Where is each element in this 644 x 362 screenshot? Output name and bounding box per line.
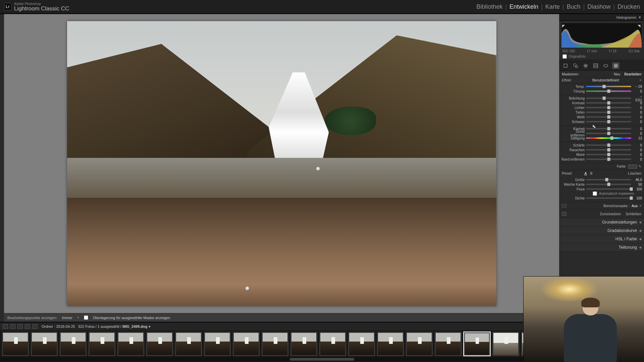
- thumb[interactable]: [60, 332, 87, 356]
- eyedropper-icon[interactable]: ✎: [638, 164, 641, 169]
- panel-basic[interactable]: Grundeinstellungen◀: [559, 218, 644, 227]
- highlight-clip-icon[interactable]: ◥: [638, 24, 641, 27]
- effekt-dropdown-icon[interactable]: ▾: [640, 78, 641, 82]
- module-bibliothek[interactable]: Bibliothek: [476, 3, 502, 10]
- brush-size-value[interactable]: 46,0: [633, 178, 642, 182]
- thumb[interactable]: [262, 332, 288, 356]
- brush-erase[interactable]: Löschen: [628, 171, 641, 175]
- thumb[interactable]: [175, 332, 202, 356]
- slider-blacks-value[interactable]: 0: [633, 120, 642, 124]
- slider-clarity-value[interactable]: 0: [633, 127, 642, 131]
- slider-clarity[interactable]: [586, 128, 631, 129]
- slider-blacks[interactable]: [586, 121, 631, 122]
- thumb[interactable]: [233, 332, 260, 356]
- shadow-clip-icon[interactable]: ◤: [562, 24, 566, 27]
- brush-flow[interactable]: [586, 188, 631, 190]
- slider-whites-value[interactable]: 0: [633, 115, 642, 119]
- range-mask-toggle[interactable]: [562, 204, 567, 207]
- effekt-preset[interactable]: Benutzerdefiniert: [572, 78, 640, 82]
- brush-density-value[interactable]: 100: [633, 196, 642, 200]
- thumb[interactable]: [377, 332, 404, 356]
- brush-a[interactable]: A: [585, 171, 587, 175]
- edit-points-mode[interactable]: Immer: [62, 316, 72, 320]
- brush-switch[interactable]: [562, 212, 567, 216]
- slider-shadows-value[interactable]: 0: [633, 111, 642, 114]
- radial-tool-icon[interactable]: [602, 62, 609, 69]
- grad-tool-icon[interactable]: [592, 62, 599, 69]
- slider-dehaze-value[interactable]: 0: [633, 132, 642, 135]
- slider-saturation[interactable]: [586, 137, 631, 139]
- slider-sharp[interactable]: [586, 144, 631, 146]
- panel-split[interactable]: Teiltonung◀: [559, 243, 644, 252]
- brush-feather[interactable]: [586, 184, 631, 185]
- panel-tonecurve[interactable]: Gradationskurve◀: [559, 227, 644, 235]
- mask-edit[interactable]: Bearbeiten: [624, 72, 641, 76]
- overlay-checkbox[interactable]: [84, 315, 88, 320]
- histogram-collapse-icon[interactable]: ▼: [638, 16, 641, 19]
- slider-tint[interactable]: [586, 90, 631, 92]
- thumb-selected[interactable]: •••••: [464, 332, 490, 356]
- mask-new[interactable]: Neu: [614, 72, 620, 76]
- range-mask-value[interactable]: Aus: [632, 204, 638, 208]
- reset-button[interactable]: Zurücksetzen: [600, 212, 621, 216]
- close-button[interactable]: Schließen: [626, 212, 641, 216]
- color-swatch[interactable]: [628, 165, 637, 169]
- brush-size[interactable]: [586, 179, 631, 180]
- original-checkbox[interactable]: [562, 54, 567, 59]
- thumb[interactable]: [31, 332, 58, 356]
- slider-saturation-value[interactable]: 13: [633, 136, 642, 140]
- nav-prev-icon[interactable]: [25, 324, 30, 329]
- view-compare-icon[interactable]: [10, 324, 15, 329]
- thumb[interactable]: [146, 332, 173, 356]
- thumb[interactable]: [435, 332, 462, 356]
- module-entwickeln[interactable]: Entwickeln: [509, 3, 538, 10]
- view-grid-icon[interactable]: [17, 324, 23, 329]
- slider-noise-value[interactable]: 0: [633, 148, 642, 152]
- slider-defringe[interactable]: [586, 159, 631, 160]
- range-mask-dropdown-icon[interactable]: ▾: [640, 204, 641, 207]
- thumb[interactable]: [406, 332, 433, 356]
- slider-exposure[interactable]: [586, 98, 631, 99]
- brush-pin-2[interactable]: [245, 286, 249, 290]
- module-buch[interactable]: Buch: [567, 3, 581, 10]
- left-panel-collapsed[interactable]: [0, 14, 4, 322]
- main-photo[interactable]: [67, 21, 496, 306]
- slider-highlights[interactable]: [586, 107, 631, 108]
- spot-tool-icon[interactable]: [572, 62, 579, 69]
- thumb[interactable]: [319, 332, 346, 356]
- brush-tool-icon[interactable]: [612, 62, 620, 69]
- panel-hsl[interactable]: HSL / Farbe◀: [559, 235, 644, 243]
- slider-contrast[interactable]: [586, 102, 631, 104]
- histogram-header[interactable]: Histogramm ▼: [559, 14, 644, 21]
- module-diashow[interactable]: Diashow: [587, 3, 610, 10]
- slider-highlights-value[interactable]: 0: [633, 106, 642, 110]
- thumb[interactable]: [204, 332, 231, 356]
- crop-tool-icon[interactable]: [562, 62, 569, 69]
- brush-feather-value[interactable]: 50: [633, 183, 642, 186]
- redeye-tool-icon[interactable]: [582, 62, 589, 69]
- thumb[interactable]: [492, 332, 519, 356]
- slider-shadows[interactable]: [586, 112, 631, 113]
- filmstrip-path[interactable]: Ordner : 2018-04-25 322 Fotos / 1 ausgew…: [42, 324, 151, 329]
- slider-sharp-value[interactable]: 0: [633, 143, 642, 147]
- module-karte[interactable]: Karte: [545, 3, 560, 10]
- nav-next-icon[interactable]: [32, 324, 38, 329]
- slider-noise[interactable]: [586, 149, 631, 150]
- slider-contrast-value[interactable]: 0: [633, 101, 642, 105]
- slider-tint-value[interactable]: 0: [633, 89, 642, 93]
- brush-pin-1[interactable]: [316, 167, 320, 171]
- original-photo-toggle[interactable]: Originalfoto: [559, 54, 644, 60]
- slider-moire-value[interactable]: 0: [633, 153, 642, 157]
- brush-b[interactable]: B: [590, 171, 593, 175]
- thumb[interactable]: [117, 332, 144, 356]
- view-single-icon[interactable]: [3, 324, 8, 329]
- slider-temp-value[interactable]: − 28: [633, 85, 642, 88]
- slider-moire[interactable]: [586, 154, 631, 155]
- module-drucken[interactable]: Drucken: [618, 3, 640, 10]
- slider-temp[interactable]: [586, 86, 631, 87]
- brush-flow-value[interactable]: 100: [633, 187, 642, 191]
- brush-density[interactable]: [586, 197, 631, 199]
- thumb[interactable]: [89, 332, 115, 356]
- auto-mask-checkbox[interactable]: [593, 191, 597, 196]
- thumb[interactable]: [290, 332, 317, 356]
